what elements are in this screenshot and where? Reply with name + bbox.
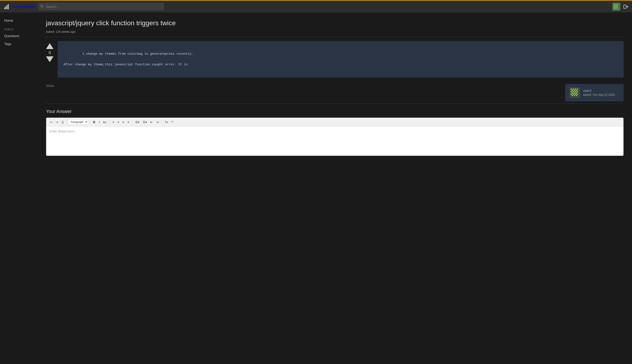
svg-line-5	[43, 7, 43, 8]
question-code-block: I change my themes from colormag to gene…	[58, 41, 624, 78]
svg-rect-21	[624, 5, 626, 8]
question-actions: Share	[46, 84, 624, 102]
question-body: I change my themes from colormag to gene…	[58, 41, 624, 78]
font-color-button[interactable]: A▾	[102, 120, 107, 124]
svg-rect-30	[571, 91, 572, 92]
main-content: javascript/jquery click function trigger…	[38, 12, 632, 364]
search-input[interactable]	[38, 3, 164, 10]
svg-rect-13	[617, 6, 618, 7]
help-button[interactable]: ?	[170, 120, 174, 124]
logout-button[interactable]	[623, 4, 629, 10]
svg-rect-19	[615, 8, 615, 9]
brand-icon	[3, 3, 10, 10]
vote-column: 0	[46, 41, 54, 78]
toolbar-sep-2	[90, 120, 90, 124]
sidebar-item-tags[interactable]: Tags	[0, 40, 38, 48]
svg-rect-9	[615, 5, 615, 6]
svg-rect-39	[575, 94, 576, 95]
unordered-list-button[interactable]: ☰▾	[134, 120, 141, 124]
search-icon	[40, 4, 44, 9]
share-button[interactable]: Share	[46, 84, 54, 88]
author-date: asked: Tue Sep 22 2020	[583, 93, 615, 96]
redo-button[interactable]: ↪	[55, 120, 60, 124]
align-right-button[interactable]: ≡	[121, 120, 125, 124]
author-card: user2 asked: Tue Sep 22 2020	[565, 84, 624, 102]
svg-rect-23	[571, 88, 572, 90]
italic-button[interactable]: I	[97, 120, 101, 124]
your-answer-title: Your Answer	[46, 109, 624, 114]
align-left-button[interactable]: ≡	[111, 120, 115, 124]
svg-rect-35	[574, 92, 575, 94]
author-info: user2 asked: Tue Sep 22 2020	[583, 89, 615, 96]
svg-rect-25	[575, 88, 576, 90]
toolbar-sep-3	[109, 120, 110, 124]
user-avatar-nav[interactable]	[612, 3, 620, 11]
outdent-button[interactable]: ⇤	[149, 120, 154, 124]
svg-rect-12	[615, 6, 616, 7]
svg-rect-0	[4, 8, 5, 9]
avatar-icon	[613, 4, 619, 10]
sidebar-item-questions[interactable]: Questions	[0, 32, 38, 40]
svg-rect-29	[576, 90, 577, 91]
svg-rect-10	[616, 5, 617, 6]
answer-editor: ↩ ↪ {} Paragraph B I A▾ ≡ ≡ ≡ ≡ ☰▾ ☰▾ ⇤	[46, 118, 624, 156]
answer-divider	[46, 104, 624, 104]
code-button[interactable]: {}	[60, 120, 65, 124]
svg-rect-41	[572, 95, 573, 96]
svg-rect-33	[577, 91, 578, 92]
navbar-actions	[612, 3, 629, 11]
svg-rect-32	[575, 91, 576, 92]
svg-rect-36	[576, 92, 577, 94]
svg-rect-31	[573, 91, 574, 92]
logout-icon	[623, 4, 629, 10]
svg-rect-3	[8, 4, 9, 9]
brand-link[interactable]: clone overflow	[3, 3, 35, 10]
downvote-button[interactable]	[46, 56, 54, 62]
undo-button[interactable]: ↩	[49, 120, 54, 124]
svg-rect-43	[576, 95, 577, 96]
author-name: user2	[583, 89, 615, 93]
toolbar-sep-4	[132, 120, 132, 124]
svg-rect-2	[7, 5, 8, 9]
svg-point-4	[41, 5, 43, 7]
svg-rect-40	[577, 94, 578, 95]
svg-rect-24	[573, 88, 574, 90]
author-avatar-icon	[570, 88, 579, 97]
svg-rect-27	[572, 90, 573, 91]
svg-rect-37	[571, 94, 572, 95]
author-avatar	[569, 87, 580, 98]
align-justify-button[interactable]: ≡	[126, 120, 130, 124]
brand-text: clone overflow	[12, 5, 35, 8]
svg-rect-42	[574, 95, 575, 96]
page-layout: Home PUBLIC Questions Tags javascript/jq…	[0, 12, 632, 364]
question-divider	[46, 37, 624, 37]
svg-rect-6	[614, 4, 615, 5]
navbar: clone overflow	[0, 0, 632, 12]
svg-rect-7	[615, 4, 616, 5]
paragraph-select[interactable]: Paragraph	[68, 120, 88, 124]
answer-editor-body[interactable]: Enter details here...	[46, 126, 623, 156]
svg-rect-34	[572, 92, 573, 94]
question-title: javascript/jquery click function trigger…	[46, 19, 624, 28]
svg-rect-26	[577, 88, 578, 90]
align-center-button[interactable]: ≡	[116, 120, 120, 124]
sidebar: Home PUBLIC Questions Tags	[0, 12, 38, 364]
toolbar-sep-5	[161, 120, 162, 124]
question-block: 0 I change my themes from colormag to ge…	[46, 41, 624, 78]
svg-rect-15	[616, 7, 617, 8]
bold-button[interactable]: B	[92, 120, 97, 124]
ordered-list-button[interactable]: ☰▾	[141, 120, 148, 124]
svg-rect-16	[614, 8, 615, 8]
svg-rect-1	[6, 6, 6, 9]
svg-rect-20	[616, 8, 617, 9]
svg-rect-38	[573, 94, 574, 95]
sidebar-section-public: PUBLIC	[0, 25, 38, 32]
svg-rect-17	[615, 8, 616, 8]
search-container	[38, 3, 164, 10]
editor-toolbar: ↩ ↪ {} Paragraph B I A▾ ≡ ≡ ≡ ≡ ☰▾ ☰▾ ⇤	[46, 118, 623, 126]
upvote-button[interactable]	[46, 43, 54, 49]
clear-format-button[interactable]: Tx	[163, 120, 169, 124]
indent-button[interactable]: ⇥	[155, 120, 160, 124]
sidebar-item-home[interactable]: Home	[0, 17, 38, 25]
svg-rect-18	[617, 8, 618, 8]
